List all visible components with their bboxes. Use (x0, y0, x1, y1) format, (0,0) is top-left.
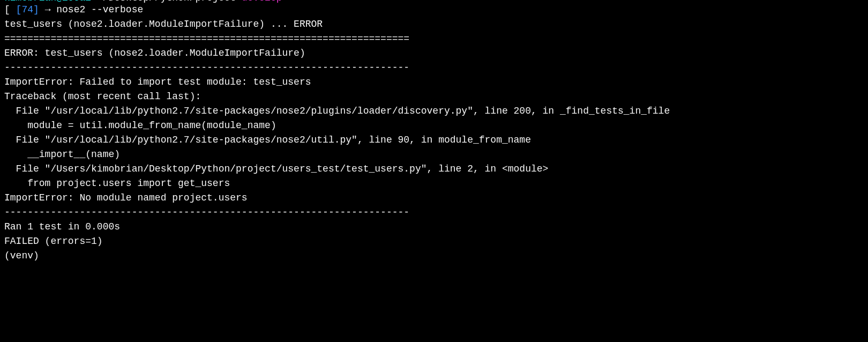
output-line: from project.users import get_users (4, 176, 864, 191)
output-line: File "/Users/kimobrian/Desktop/Python/pr… (4, 162, 864, 176)
output-line: (venv) (4, 249, 864, 263)
output-line: ImportError: No module named project.use… (4, 191, 864, 205)
output-line: ----------------------------------------… (4, 205, 864, 220)
output-line: ERROR: test_users (nose2.loader.ModuleIm… (4, 46, 864, 61)
output-line: test_users (nose2.loader.ModuleImportFai… (4, 17, 864, 32)
prompt-bracket: [ (4, 4, 16, 15)
prompt-history-number: [74] (16, 4, 39, 15)
output-line: ImportError: Failed to import test modul… (4, 75, 864, 90)
output-line: ----------------------------------------… (4, 61, 864, 75)
command-input[interactable]: nose2 --verbose (56, 4, 143, 15)
output-line: __import__(name) (4, 147, 864, 162)
output-line: Ran 1 test in 0.000s (4, 220, 864, 234)
prompt-arrow: → (39, 4, 56, 15)
output-line: module = util.module_from_name(module_na… (4, 118, 864, 133)
output-line: ========================================… (4, 32, 864, 46)
output-line: FAILED (errors=1) (4, 234, 864, 249)
output-line: File "/usr/local/lib/python2.7/site-pack… (4, 104, 864, 118)
prompt-line-2[interactable]: [ [74] → nose2 --verbose (4, 3, 864, 17)
output-line: Traceback (most recent call last): (4, 90, 864, 104)
output-line: File "/usr/local/lib/python2.7/site-pack… (4, 133, 864, 147)
prompt-branch: develop (242, 0, 282, 3)
